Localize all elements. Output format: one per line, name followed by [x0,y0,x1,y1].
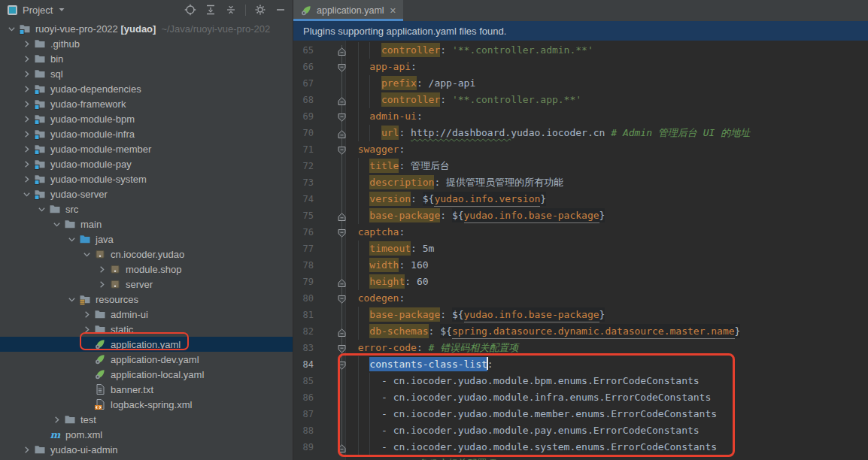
expand-all-icon[interactable] [205,4,217,16]
code-line-88[interactable]: 88 - cn.iocoder.yudao.module.pay.enums.E… [293,422,868,439]
code-line-85[interactable]: 85 - cn.iocoder.yudao.module.bpm.enums.E… [293,373,868,389]
settings-gear-icon[interactable] [254,4,266,16]
chevron-right-icon[interactable] [20,98,33,110]
tree-item-static[interactable]: static [0,322,293,337]
tab-close-icon[interactable]: ✕ [390,6,396,16]
tree-item-sql[interactable]: sql [0,66,293,81]
fold-marker-icon[interactable] [337,277,347,287]
chevron-down-icon[interactable] [58,6,65,14]
tree-item-resources[interactable]: resources [0,292,293,307]
code-line-66[interactable]: 66 app-api: [293,59,868,75]
tree-item-logback-spring-xml[interactable]: logback-spring.xml [0,397,293,412]
collapse-all-icon[interactable] [225,4,237,16]
tree-item-yudao-module-system[interactable]: yudao-module-system [0,171,293,186]
fold-marker-icon[interactable] [337,129,347,138]
chevron-down-icon[interactable] [5,23,18,35]
chevron-right-icon[interactable] [95,278,108,290]
code-line-65[interactable]: 65 controller: '**.controller.admin.**' [293,42,868,59]
code-line-77[interactable]: 77 timeout: 5m [293,241,868,257]
tree-item-main[interactable]: main [0,216,293,232]
tree-item-application-yaml[interactable]: application.yaml [0,337,293,352]
tree-item-bin[interactable]: bin [0,51,293,66]
tree-item-application-local-yaml[interactable]: application-local.yaml [0,367,293,382]
tree-item-server[interactable]: server [0,277,293,292]
locate-file-icon[interactable] [184,4,196,16]
chevron-down-icon[interactable] [35,203,48,215]
code-line-83[interactable]: 83 error-code: # 错误码相关配置项 [293,340,868,356]
chevron-right-icon[interactable] [20,143,33,155]
chevron-right-icon[interactable] [20,128,33,140]
tree-item-yudao-module-infra[interactable]: yudao-module-infra [0,126,293,141]
chevron-right-icon[interactable] [20,443,33,455]
chevron-right-icon[interactable] [20,68,33,80]
chevron-right-icon[interactable] [80,323,93,335]
tab-application-yaml[interactable]: application.yaml ✕ [293,0,403,21]
tree-item-java[interactable]: java [0,232,293,247]
fold-marker-icon[interactable] [337,145,347,155]
code-line-82[interactable]: 82 db-schemas: ${spring.datasource.dynam… [293,323,868,340]
chevron-down-icon[interactable] [65,293,78,305]
tree-item-admin-ui[interactable]: admin-ui [0,307,293,322]
fold-marker-icon[interactable] [337,62,347,72]
code-line-71[interactable]: 71 swagger: [293,141,868,158]
hide-panel-icon[interactable] [275,4,287,16]
tree-item-test[interactable]: test [0,412,293,427]
tree-item-yudao-module-member[interactable]: yudao-module-member [0,141,293,156]
tree-item-banner-txt[interactable]: banner.txt [0,382,293,397]
chevron-down-icon[interactable] [65,233,78,245]
tree-item-ruoyi-vue-pro-2022[interactable]: ruoyi-vue-pro-2022 [yudao]~/Java/ruoyi-v… [0,21,293,36]
fold-marker-icon[interactable] [337,443,347,452]
tree-item-yudao-ui-admin[interactable]: yudao-ui-admin [0,442,293,457]
chevron-down-icon[interactable] [80,248,93,260]
code-line-69[interactable]: 69 admin-ui: [293,108,868,125]
tree-item-yudao-framework[interactable]: yudao-framework [0,96,293,111]
tree-item-yudao-server[interactable]: yudao-server [0,186,293,201]
fold-marker-icon[interactable] [337,95,347,105]
code-line-76[interactable]: 76 captcha: [293,224,868,241]
tree-item-application-dev-yaml[interactable]: application-dev.yaml [0,352,293,367]
tree-item-src[interactable]: src [0,201,293,216]
chevron-right-icon[interactable] [20,173,33,185]
code-line-84[interactable]: 84 constants-class-list: [293,356,868,373]
code-line-86[interactable]: 86 - cn.iocoder.yudao.module.infra.enums… [293,389,868,406]
chevron-right-icon[interactable] [20,83,33,95]
code-line-70[interactable]: 70 url: http://dashboard.yudao.iocoder.c… [293,125,868,141]
chevron-right-icon[interactable] [95,263,108,275]
code-line-72[interactable]: 72 title: 管理后台 [293,158,868,174]
code-line-73[interactable]: 73 description: 提供管理员管理的所有功能 [293,174,868,191]
chevron-down-icon[interactable] [50,218,63,230]
fold-marker-icon[interactable] [337,228,347,238]
chevron-right-icon[interactable] [20,113,33,125]
chevron-right-icon[interactable] [50,413,63,425]
fold-marker-icon[interactable] [337,46,347,56]
tree-item-yudao-dependencies[interactable]: yudao-dependencies [0,81,293,96]
code-line-78[interactable]: 78 width: 160 [293,257,868,274]
code-line-80[interactable]: 80 codegen: [293,290,868,307]
code-line-75[interactable]: 75 base-package: ${yudao.info.base-packa… [293,207,868,224]
code-line-79[interactable]: 79 height: 60 [293,274,868,290]
code-line-90[interactable]: 90 tenant: # 多租户相关配置项 [293,455,868,460]
chevron-right-icon[interactable] [20,158,33,170]
code-line-68[interactable]: 68 controller: '**.controller.app.**' [293,92,868,108]
tree-item--github[interactable]: .github [0,36,293,51]
project-panel-title[interactable]: Project [23,5,53,16]
chevron-down-icon[interactable] [20,188,33,200]
code-line-89[interactable]: 89 - cn.iocoder.yudao.module.system.enum… [293,439,868,455]
chevron-right-icon[interactable] [20,53,33,65]
tree-item-cn-iocoder-yudao[interactable]: cn.iocoder.yudao [0,247,293,262]
tree-item-module-shop[interactable]: module.shop [0,262,293,277]
fold-marker-icon[interactable] [337,112,347,122]
code-line-74[interactable]: 74 version: ${yudao.info.version} [293,191,868,207]
chevron-right-icon[interactable] [20,38,33,50]
fold-marker-icon[interactable] [337,211,347,221]
fold-marker-icon[interactable] [337,327,347,337]
tree-item-yudao-module-bpm[interactable]: yudao-module-bpm [0,111,293,126]
fold-marker-icon[interactable] [337,343,347,353]
chevron-right-icon[interactable] [80,308,93,320]
fold-marker-icon[interactable] [337,294,347,304]
code-editor[interactable]: 65 controller: '**.controller.admin.**'6… [293,41,868,460]
fold-marker-icon[interactable] [337,360,347,370]
code-line-81[interactable]: 81 base-package: ${yudao.info.base-packa… [293,307,868,323]
tree-item-pom-xml[interactable]: mpom.xml [0,427,293,442]
code-line-87[interactable]: 87 - cn.iocoder.yudao.module.member.enum… [293,406,868,422]
